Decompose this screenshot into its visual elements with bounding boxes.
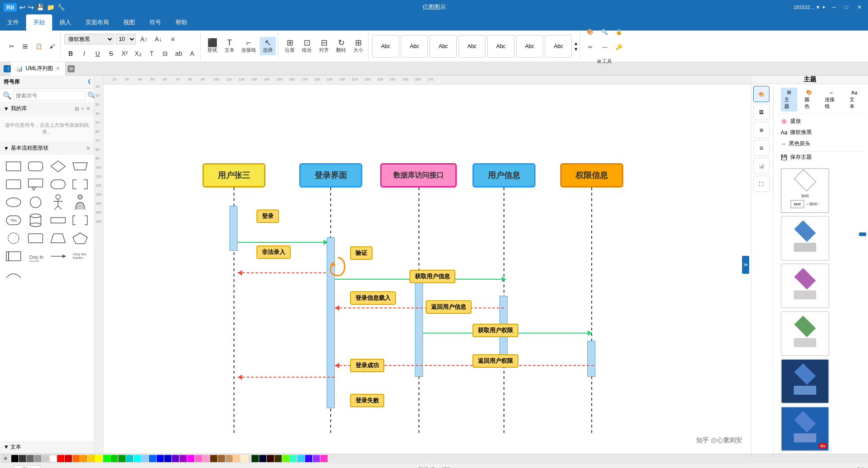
page-layout-btn[interactable]: ⊡ (4, 467, 10, 468)
no-fill-btn[interactable]: ⊘ (2, 455, 9, 462)
msg-get-permission[interactable]: 获取用户权限 (472, 324, 518, 337)
shape-rounded-edge[interactable] (26, 230, 45, 246)
swatch-magenta[interactable] (320, 455, 328, 462)
shape-dashes[interactable]: Only theleader... (26, 248, 45, 264)
shape-trapezoid2[interactable] (48, 230, 68, 246)
preview-blue-shapes[interactable] (781, 216, 829, 261)
subscript-btn[interactable]: X₂ (132, 47, 144, 60)
theme-font-btn[interactable]: Aa微软推黑 (779, 127, 864, 138)
my-lib-close-btn[interactable]: ✕ (86, 106, 90, 112)
select-tool-btn[interactable]: ↖ 选择 (260, 37, 276, 55)
swatch-olive[interactable] (274, 455, 282, 462)
text-tool-btn[interactable]: T 文本 (221, 37, 238, 55)
theme-style-scroll-up[interactable]: ▲ (574, 41, 578, 46)
my-lib-add-btn[interactable]: + (81, 106, 84, 112)
swatch-darkgreen[interactable] (252, 455, 259, 462)
right-opt-connector[interactable]: ⌐ 连接线 (821, 88, 842, 111)
shape-cylinder[interactable] (26, 212, 45, 228)
preview-green[interactable] (781, 311, 829, 356)
swatch-purple1[interactable] (172, 455, 179, 462)
swatch-gray[interactable] (27, 455, 34, 462)
swatch-sky[interactable] (297, 455, 305, 462)
swatch-rose[interactable] (202, 455, 210, 462)
justify-btn[interactable]: ⊟ (159, 47, 171, 60)
swatch-blue1[interactable] (149, 455, 156, 462)
font-size-select[interactable]: 10 (116, 34, 136, 45)
swatch-brown1[interactable] (210, 455, 217, 462)
list-btn[interactable]: T (145, 47, 158, 60)
theme-style-scroll-down[interactable]: ▼ (574, 47, 578, 52)
actor-user-info[interactable]: 用户信息 (472, 163, 535, 187)
shape-rect3[interactable] (4, 248, 23, 264)
bold-btn[interactable]: B (64, 47, 77, 60)
right-icon-palette[interactable]: 🎨 (753, 86, 769, 102)
search-input[interactable] (13, 91, 85, 101)
theme-style-6[interactable]: Abc (516, 35, 543, 58)
shape-diamond[interactable] (48, 158, 68, 174)
right-side-btn[interactable]: 中 (859, 232, 866, 236)
collapse-left-btn[interactable]: 《 (4, 65, 11, 72)
swatch-darkblue[interactable] (259, 455, 266, 462)
swatch-blue2[interactable] (157, 455, 164, 462)
page-indicator[interactable]: 页-1 (13, 465, 40, 468)
expand-right-panel-btn[interactable]: ≫ (742, 256, 749, 274)
shape-circle2[interactable] (4, 230, 23, 246)
shape-small-rect[interactable] (48, 212, 68, 228)
basic-shapes-close[interactable]: ✕ (86, 145, 90, 152)
swatch-lightgray[interactable] (34, 455, 41, 462)
preview-zhihu[interactable]: du (781, 406, 829, 451)
shape-trapezoid[interactable] (70, 158, 90, 174)
swatch-yellow[interactable] (88, 455, 95, 462)
menu-help[interactable]: 帮助 (168, 14, 194, 31)
msg-return-permission[interactable]: 返回用户权限 (472, 354, 518, 368)
zoom-out-btn[interactable]: − (815, 466, 819, 468)
swatch-lightblue[interactable] (141, 455, 148, 462)
align-btn[interactable]: ≡ (166, 33, 179, 45)
theme-bloom-btn[interactable]: 🌸盛放 (779, 116, 864, 127)
preview-dark-blue[interactable] (781, 359, 829, 404)
right-icon-layers[interactable]: ⊞ (753, 122, 769, 138)
shape-callout[interactable] (26, 176, 45, 192)
search-replace-btn[interactable]: 🔍 (598, 26, 611, 38)
swatch-lime[interactable] (282, 455, 289, 462)
extra-btn[interactable]: 🔧 (57, 4, 65, 11)
actor-user-zhangsan[interactable]: 用户张三 (202, 163, 265, 187)
swatch-darkgray[interactable] (19, 455, 26, 462)
text-color-btn[interactable]: A (186, 47, 198, 60)
tab-close-btn[interactable]: ✕ (56, 66, 60, 71)
fullscreen-btn[interactable]: ⛶ (857, 467, 864, 468)
preview-diamond-flow[interactable]: text text →text− (781, 168, 829, 213)
msg-login-fail[interactable]: 登录失败 (350, 394, 384, 407)
swatch-pink2[interactable] (195, 455, 202, 462)
close-btn[interactable]: ✕ (855, 4, 864, 10)
menu-insert[interactable]: 插入 (52, 14, 78, 31)
shape-rounded-rect[interactable] (26, 158, 45, 174)
right-icon-table[interactable]: ⊟ (753, 140, 769, 156)
swatch-yellow2[interactable] (95, 455, 103, 462)
zoom-in-btn[interactable]: + (841, 466, 845, 468)
swatch-blue3[interactable] (164, 455, 171, 462)
menu-view[interactable]: 视图 (116, 14, 142, 31)
msg-illegal-entry[interactable]: 非法录入 (256, 245, 291, 259)
theme-style-3[interactable]: Abc (430, 35, 457, 58)
tools-btn[interactable]: 📁 (47, 4, 54, 11)
menu-file[interactable]: 文件 (0, 14, 26, 31)
theme-style-5[interactable]: Abc (487, 35, 514, 58)
connector-tool-btn[interactable]: ⌐ 连接线 (238, 37, 259, 55)
combine-btn[interactable]: ⊡ 组合 (299, 37, 315, 55)
swatch-pink[interactable] (187, 455, 194, 462)
theme-style-1[interactable]: Abc (372, 35, 399, 58)
lock-btn[interactable]: 🔒 (613, 26, 625, 38)
right-icon-fullscreen[interactable]: ⛶ (753, 176, 769, 192)
format-copy-btn[interactable]: 🖌 (46, 40, 58, 53)
strikethrough-btn[interactable]: S (105, 47, 117, 60)
shape-circle[interactable] (26, 194, 45, 210)
fit-btn[interactable]: ⊡ (848, 467, 854, 468)
swatch-purple2[interactable] (180, 455, 187, 462)
swatch-orange2[interactable] (80, 455, 87, 462)
right-opt-theme[interactable]: ⊞ 主题 (781, 88, 797, 111)
actor-db-access[interactable]: 数据库访问接口 (380, 163, 457, 187)
canvas-bg[interactable]: 用户张三 登录界面 数据库访问接口 用户信息 (103, 85, 751, 454)
theme-style-7[interactable]: Abc (545, 35, 572, 58)
more-lock-btn[interactable]: 🔑 (613, 41, 625, 53)
